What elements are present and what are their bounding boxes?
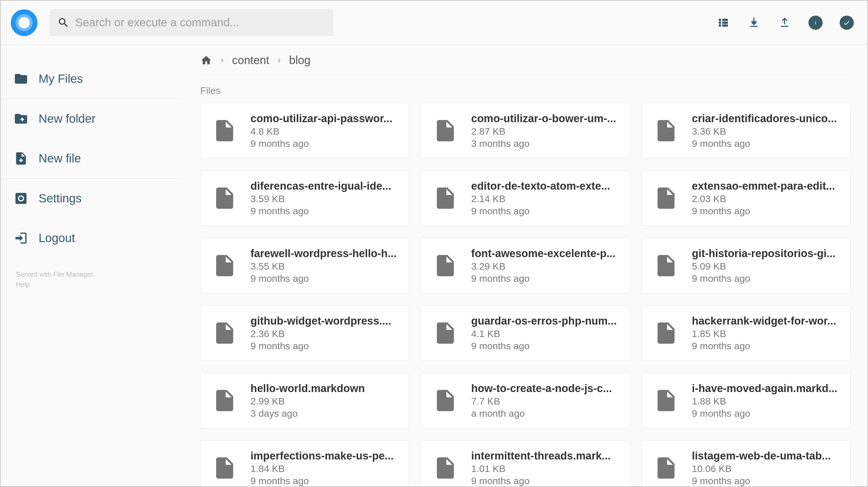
file-modified: 9 months ago (250, 273, 397, 284)
search-box[interactable] (50, 9, 334, 36)
file-size: 3.55 KB (250, 261, 397, 272)
file-name: criar-identificadores-unico... (692, 112, 839, 125)
chevron-right-icon (275, 57, 283, 64)
file-info: guardar-os-erros-php-num...4.1 KB9 month… (471, 315, 618, 352)
file-card[interactable]: hackerrank-widget-for-wor...1.85 KB9 mon… (642, 305, 850, 361)
file-modified: 9 months ago (692, 138, 839, 149)
breadcrumbs: content blog (200, 54, 850, 75)
file-info: hello-world.markdown2.99 KB3 days ago (250, 382, 397, 419)
file-card[interactable]: como-utilizar-o-bower-um-...2.87 KB3 mon… (421, 103, 630, 158)
file-card[interactable]: font-awesome-excelente-p...3.29 KB9 mont… (421, 238, 630, 293)
file-modified: 9 months ago (471, 340, 618, 352)
sidebar-item-new-file[interactable]: New file (1, 139, 183, 178)
file-size: 1.84 KB (250, 463, 397, 474)
file-card[interactable]: farewell-wordpress-hello-h...3.55 KB9 mo… (200, 238, 409, 293)
sidebar-item-settings[interactable]: Settings (1, 178, 183, 218)
file-modified: 9 months ago (692, 273, 839, 284)
file-modified: a month ago (471, 408, 618, 419)
file-icon (653, 115, 679, 147)
file-info: git-historia-repositorios-gi...5.09 KB9 … (692, 248, 839, 284)
settings-icon (13, 191, 28, 206)
file-name: como-utilizar-api-passwor... (250, 112, 397, 125)
file-modified: 3 days ago (250, 408, 397, 419)
sidebar: My Files New folder New file Settings Lo… (1, 45, 183, 486)
breadcrumb-item[interactable]: blog (289, 54, 311, 67)
file-card[interactable]: criar-identificadores-unico...3.36 KB9 m… (642, 103, 850, 158)
file-card[interactable]: imperfections-make-us-pe...1.84 KB9 mont… (200, 440, 409, 486)
select-all-button[interactable] (840, 15, 854, 30)
file-grid: como-utilizar-api-passwor...4.8 KB9 mont… (200, 103, 850, 486)
file-card[interactable]: i-have-moved-again.markd...1.88 KB9 mont… (642, 373, 850, 428)
file-card[interactable]: diferencas-entre-igual-ide...3.59 KB9 mo… (200, 170, 409, 226)
file-name: font-awesome-excelente-p... (471, 248, 618, 260)
home-icon[interactable] (200, 55, 212, 66)
file-size: 2.99 KB (250, 396, 397, 407)
file-card[interactable]: como-utilizar-api-passwor...4.8 KB9 mont… (200, 103, 409, 158)
info-button[interactable] (808, 15, 823, 30)
file-name: guardar-os-erros-php-num... (471, 315, 618, 327)
file-modified: 9 months ago (250, 340, 397, 352)
sidebar-item-label: My Files (38, 72, 83, 86)
footer-help-link[interactable]: Help (16, 281, 30, 288)
file-name: diferencas-entre-igual-ide... (250, 180, 397, 192)
file-card[interactable]: listagem-web-de-uma-tab...10.06 KB9 mont… (642, 440, 850, 486)
file-size: 3.36 KB (692, 126, 839, 137)
file-info: criar-identificadores-unico...3.36 KB9 m… (692, 112, 839, 149)
file-name: hackerrank-widget-for-wor... (692, 315, 839, 327)
logout-icon (13, 231, 28, 246)
file-icon (433, 250, 458, 282)
file-icon (653, 182, 679, 214)
file-name: como-utilizar-o-bower-um-... (471, 112, 618, 125)
file-info: font-awesome-excelente-p...3.29 KB9 mont… (471, 248, 618, 284)
sidebar-item-label: New folder (38, 112, 96, 126)
file-icon (433, 317, 458, 349)
upload-button[interactable] (778, 16, 792, 30)
sidebar-item-my-files[interactable]: My Files (1, 59, 183, 99)
file-size: 3.59 KB (250, 193, 397, 204)
file-card[interactable]: github-widget-wordpress....2.36 KB9 mont… (200, 305, 409, 361)
file-info: diferencas-entre-igual-ide...3.59 KB9 mo… (250, 180, 397, 217)
file-icon (653, 250, 679, 282)
file-modified: 9 months ago (692, 205, 839, 217)
file-info: farewell-wordpress-hello-h...3.55 KB9 mo… (250, 248, 397, 284)
file-name: hello-world.markdown (250, 382, 397, 395)
file-info: imperfections-make-us-pe...1.84 KB9 mont… (250, 450, 397, 486)
file-card[interactable]: extensao-emmet-para-edit...2.03 KB9 mont… (642, 170, 850, 226)
file-size: 2.03 KB (692, 193, 839, 204)
file-info: como-utilizar-api-passwor...4.8 KB9 mont… (250, 112, 397, 149)
file-card[interactable]: git-historia-repositorios-gi...5.09 KB9 … (642, 238, 850, 293)
file-modified: 9 months ago (692, 340, 839, 352)
upload-icon (778, 17, 791, 29)
file-card[interactable]: guardar-os-erros-php-num...4.1 KB9 month… (421, 305, 630, 361)
search-input[interactable] (75, 16, 326, 29)
file-icon (212, 250, 238, 282)
file-name: listagem-web-de-uma-tab... (692, 450, 839, 462)
view-list-button[interactable] (716, 16, 730, 30)
file-icon (653, 385, 679, 416)
file-modified: 9 months ago (471, 205, 618, 217)
file-card[interactable]: intermittent-threads.mark...1.01 KB9 mon… (421, 440, 630, 486)
file-name: editor-de-texto-atom-exte... (471, 180, 618, 192)
file-card[interactable]: how-to-create-a-node-js-c...7.7 KBa mont… (421, 373, 630, 428)
download-button[interactable] (747, 16, 761, 30)
file-card[interactable]: hello-world.markdown2.99 KB3 days ago (200, 373, 409, 428)
check-icon (843, 19, 851, 27)
file-size: 2.14 KB (471, 193, 618, 204)
sidebar-item-new-folder[interactable]: New folder (1, 99, 183, 139)
file-modified: 9 months ago (471, 273, 618, 284)
file-icon (212, 452, 238, 484)
file-modified: 3 months ago (471, 138, 618, 149)
sidebar-item-logout[interactable]: Logout (1, 218, 183, 258)
header (1, 1, 867, 45)
info-icon (811, 19, 819, 27)
logo-dot-icon (19, 17, 30, 28)
file-modified: 9 months ago (250, 475, 397, 486)
file-card[interactable]: editor-de-texto-atom-exte...2.14 KB9 mon… (421, 170, 630, 226)
breadcrumb-item[interactable]: content (232, 54, 269, 67)
app-logo[interactable] (11, 9, 37, 36)
file-size: 4.1 KB (471, 328, 618, 339)
header-actions (716, 15, 857, 30)
file-info: how-to-create-a-node-js-c...7.7 KBa mont… (471, 382, 618, 419)
file-modified: 9 months ago (250, 138, 397, 149)
download-icon (748, 17, 760, 29)
